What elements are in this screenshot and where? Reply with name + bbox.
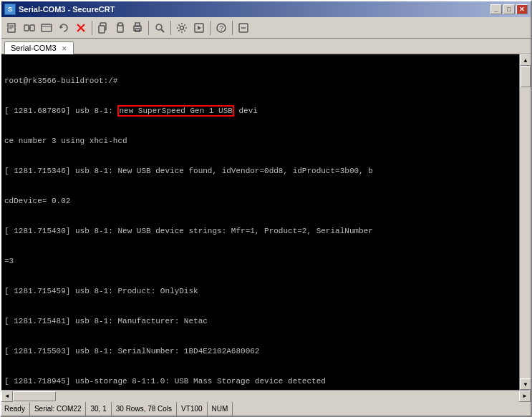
terminal-line-0: root@rk3566-buildroot:/# <box>4 76 516 86</box>
svg-rect-7 <box>42 24 52 31</box>
svg-line-20 <box>161 29 164 32</box>
title-bar: S Serial-COM3 - SecureCRT _ □ ✕ <box>1 1 531 17</box>
settings-button[interactable] <box>174 20 190 36</box>
title-bar-buttons: _ □ ✕ <box>490 4 528 14</box>
terminal-line-7: [ 1281.715459] usb 8-1: Product: OnlyDis… <box>4 286 516 296</box>
copy-button[interactable] <box>95 20 111 36</box>
status-position: 30, 1 <box>86 402 111 416</box>
disconnect-button[interactable] <box>73 20 89 36</box>
terminal-line-10: [ 1281.718945] usb-storage 8-1:1.0: USB … <box>4 376 516 386</box>
status-ready: Ready <box>1 402 30 416</box>
terminal-line-2: ce number 3 using xhci-hcd <box>4 136 516 146</box>
status-rows-cols: 30 Rows, 78 Cols <box>112 402 177 416</box>
help-button[interactable]: ? <box>213 20 229 36</box>
svg-marker-9 <box>60 26 63 29</box>
reconnect-button[interactable] <box>56 20 72 36</box>
print-button[interactable] <box>130 20 145 36</box>
terminal-line-8: [ 1281.715481] usb 8-1: Manufacturer: Ne… <box>4 316 516 326</box>
scroll-left-button[interactable]: ◄ <box>1 391 13 402</box>
serial-com3-tab[interactable]: Serial-COM3 ✕ <box>4 41 74 54</box>
status-num: NUM <box>208 402 233 416</box>
close-button[interactable]: ✕ <box>516 4 528 14</box>
svg-rect-18 <box>135 29 140 31</box>
app-icon: S <box>4 4 16 15</box>
svg-point-21 <box>180 26 184 29</box>
toolbar-sep-2 <box>148 21 149 35</box>
paste-button[interactable] <box>112 20 128 36</box>
terminal-line-3: [ 1281.715346] usb 8-1: New USB device f… <box>4 166 516 176</box>
usb-highlight: new SuperSpeed Gen 1 USB <box>117 105 233 117</box>
svg-rect-13 <box>99 26 105 33</box>
quick-connect-button[interactable] <box>21 20 37 36</box>
terminal-line-5: [ 1281.715430] usb 8-1: New USB device s… <box>4 226 516 236</box>
maximize-button[interactable]: □ <box>503 4 515 14</box>
scroll-track[interactable] <box>520 66 531 378</box>
title-bar-left: S Serial-COM3 - SecureCRT <box>4 4 115 15</box>
svg-rect-17 <box>135 23 140 26</box>
svg-text:?: ? <box>220 25 224 33</box>
window-title: Serial-COM3 - SecureCRT <box>19 5 115 14</box>
tab-close-icon[interactable]: ✕ <box>62 45 67 52</box>
main-window: S Serial-COM3 - SecureCRT _ □ ✕ <box>0 0 532 417</box>
svg-rect-4 <box>24 25 29 31</box>
minimize-button[interactable]: _ <box>490 4 502 14</box>
svg-point-19 <box>156 24 162 30</box>
toolbar-sep-4 <box>210 21 211 35</box>
toolbar-sep-3 <box>170 21 171 35</box>
connect-in-tab-button[interactable] <box>39 20 54 36</box>
toolbar: ? <box>1 17 531 39</box>
scroll-right-button[interactable]: ► <box>519 391 531 402</box>
hscroll-thumb[interactable] <box>13 391 56 401</box>
horizontal-scrollbar[interactable]: ◄ ► <box>1 390 531 401</box>
main-content: root@rk3566-buildroot:/# [ 1281.687869] … <box>1 54 531 390</box>
status-serial: Serial: COM22 <box>30 402 87 416</box>
terminal-line-1: [ 1281.687869] usb 8-1: new SuperSpeed G… <box>4 106 516 116</box>
scroll-up-button[interactable]: ▲ <box>520 54 531 66</box>
terminal[interactable]: root@rk3566-buildroot:/# [ 1281.687869] … <box>1 54 519 390</box>
script-button[interactable] <box>191 20 207 36</box>
tab-bar: Serial-COM3 ✕ <box>1 39 531 54</box>
toolbar-sep-1 <box>92 21 92 35</box>
svg-rect-15 <box>118 23 122 26</box>
new-session-button[interactable] <box>4 20 20 36</box>
terminal-line-9: [ 1281.715503] usb 8-1: SerialNumber: 1B… <box>4 346 516 356</box>
hscroll-track[interactable] <box>13 391 519 402</box>
status-emulation: VT100 <box>177 402 207 416</box>
scroll-thumb[interactable] <box>521 66 531 87</box>
svg-rect-5 <box>30 25 34 31</box>
status-bar: Ready Serial: COM22 30, 1 30 Rows, 78 Co… <box>1 401 531 416</box>
vertical-scrollbar[interactable]: ▲ ▼ <box>519 54 531 390</box>
scroll-down-button[interactable]: ▼ <box>520 378 531 390</box>
svg-marker-23 <box>198 26 201 30</box>
extra-button[interactable] <box>236 20 251 36</box>
svg-rect-0 <box>8 24 15 32</box>
find-button[interactable] <box>152 20 168 36</box>
toolbar-sep-5 <box>232 21 233 35</box>
terminal-line-4: cdDevice= 0.02 <box>4 196 516 206</box>
terminal-line-6: =3 <box>4 256 516 266</box>
tab-label: Serial-COM3 <box>11 44 57 52</box>
